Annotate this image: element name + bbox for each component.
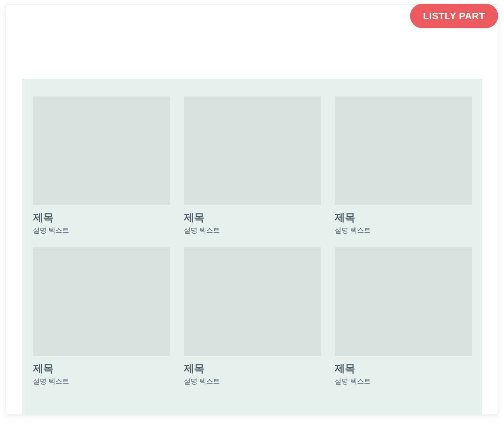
list-item[interactable]: 제목 설명 텍스트 [335,247,472,385]
thumbnail-placeholder [184,96,321,205]
item-title: 제목 [184,363,321,374]
list-item[interactable]: 제목 설명 텍스트 [33,96,170,234]
template-canvas: LISTLY PART 제목 설명 텍스트 제목 설명 텍스트 제목 설명 텍스… [5,4,498,415]
item-description: 설명 텍스트 [335,377,472,385]
thumbnail-placeholder [335,96,472,205]
list-section: 제목 설명 텍스트 제목 설명 텍스트 제목 설명 텍스트 제목 설명 텍스트 [22,79,482,415]
item-description: 설명 텍스트 [33,377,170,385]
list-item[interactable]: 제목 설명 텍스트 [335,96,472,234]
card-grid: 제목 설명 텍스트 제목 설명 텍스트 제목 설명 텍스트 제목 설명 텍스트 [22,79,482,385]
list-item[interactable]: 제목 설명 텍스트 [184,247,321,385]
item-description: 설명 텍스트 [184,377,321,385]
list-item[interactable]: 제목 설명 텍스트 [184,96,321,234]
list-item[interactable]: 제목 설명 텍스트 [33,247,170,385]
thumbnail-placeholder [184,247,321,356]
item-description: 설명 텍스트 [335,226,472,234]
item-title: 제목 [335,363,472,374]
brand-badge-label: LISTLY PART [423,11,485,22]
item-title: 제목 [33,212,170,223]
item-description: 설명 텍스트 [33,226,170,234]
item-title: 제목 [184,212,321,223]
item-title: 제목 [335,212,472,223]
thumbnail-placeholder [33,247,170,356]
item-title: 제목 [33,363,170,374]
item-description: 설명 텍스트 [184,226,321,234]
brand-badge: LISTLY PART [410,4,498,28]
thumbnail-placeholder [335,247,472,356]
thumbnail-placeholder [33,96,170,205]
